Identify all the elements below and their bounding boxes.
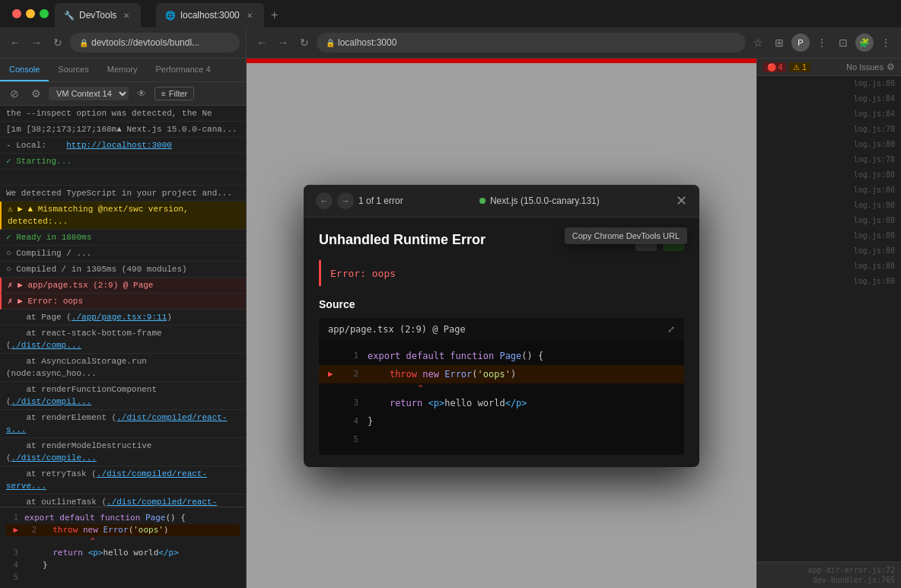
console-line: at react-stack-bottom-frame (./dist/comp…	[0, 326, 246, 354]
console-line: at Page (./app/page.tsx:9:11)	[0, 310, 246, 326]
tab-devtools-label: DevTools	[79, 10, 116, 21]
source-file-header: app/page.tsx (2:9) @ Page ⤢	[319, 318, 684, 341]
refresh-btn-localhost[interactable]: ↻	[295, 33, 314, 52]
tab-devtools-close[interactable]: ✕	[121, 10, 132, 21]
lock-icon: 🔒	[79, 39, 88, 47]
filter-icon: ≡	[161, 90, 166, 98]
devtools-toggle-btn[interactable]: ⊡	[834, 33, 852, 52]
sidebar-log-line: log.js:80	[757, 274, 901, 289]
console-line-error2: ✗ ▶ Error: oops	[0, 294, 246, 310]
address-bar-localhost: ← → ↻ 🔒 localhost:3000 ☆ ⊞ P ⋮ ⊡ 🧩 ⋮	[247, 27, 901, 58]
right-sidebar: 🔴 4 ⚠ 1 No Issues ⚙ log.js:80 log.js:84 …	[756, 59, 901, 588]
filter-btn[interactable]: ≡ Filter	[154, 87, 194, 100]
src-lnum: 1	[343, 348, 358, 364]
console-line: at AsyncLocalStorage.run (node:async_hoo…	[0, 354, 246, 382]
refresh-btn-devtools[interactable]: ↻	[49, 33, 67, 52]
next-dot	[479, 198, 486, 204]
src-lnum: 3	[343, 395, 358, 412]
bookmark-btn[interactable]: ☆	[749, 33, 767, 52]
code-line-1: 1 export default function Page() {	[6, 512, 240, 524]
devtools-toolbar: ⊘ ⚙ VM Context 14 👁 ≡ Filter	[0, 82, 246, 106]
extensions-btn[interactable]: ⊞	[770, 33, 788, 52]
src-line-3: 3 return <p>hello world</p>	[319, 394, 684, 412]
src-active-arrow: ▶	[328, 366, 340, 383]
src-code: export default function Page() {	[368, 348, 543, 364]
window-close-btn[interactable]	[12, 9, 21, 18]
error-overlay: ← → 1 of 1 error Next.js (15.0.0-canary.…	[247, 63, 756, 588]
code-line-5: 5	[6, 571, 240, 583]
console-line-warn: ⚠ ▶ ▲ Mismatching @next/swc version, det…	[0, 202, 246, 230]
source-open-btn[interactable]: ⤢	[667, 324, 675, 335]
back-btn-devtools[interactable]: ←	[6, 33, 24, 52]
tab-localhost-close[interactable]: ✕	[244, 10, 255, 21]
code-line-4: 4 }	[6, 559, 240, 571]
tooltip-text: Copy Chrome DevTools URL	[572, 231, 680, 240]
src-line-4: 4 }	[319, 412, 684, 431]
avatar-btn[interactable]: P	[791, 33, 810, 52]
eye-btn[interactable]: 👁	[133, 85, 150, 102]
console-line: - Local: http://localhost:3000	[0, 138, 246, 154]
url-bar-devtools[interactable]: 🔒 devtools://devtools/bundl...	[70, 33, 240, 52]
tab-performance[interactable]: Performance 4	[146, 59, 219, 81]
forward-btn-localhost[interactable]: →	[274, 33, 292, 52]
code-line-caret: ^	[6, 536, 240, 547]
modal-next-btn[interactable]: →	[337, 192, 354, 209]
src-caret: ^	[319, 383, 684, 394]
line-content: return <p>hello world</p>	[43, 547, 179, 559]
console-line-starting: ✓ Starting...	[0, 154, 246, 170]
devtools-tabs: Console Sources Memory Performance 4	[0, 59, 246, 82]
localhost-url: localhost:3000	[338, 37, 396, 48]
error-message-box: Error: oops	[319, 260, 684, 286]
sidebar-gear-btn[interactable]: ⚙	[887, 62, 895, 72]
line-num: 3	[6, 547, 18, 559]
src-lnum: 2	[343, 366, 358, 383]
url-bar-localhost[interactable]: 🔒 localhost:3000	[317, 33, 746, 52]
menu-btn[interactable]: ⋮	[813, 33, 831, 52]
line-content: }	[43, 559, 48, 571]
console-line	[0, 170, 246, 186]
sidebar-log-lines[interactable]: log.js:80 log.js:84 log.js:84 log.js:78 …	[757, 76, 901, 561]
modal-close-btn[interactable]: ✕	[676, 194, 687, 208]
forward-btn-devtools[interactable]: →	[27, 33, 46, 52]
console-line: at renderElement (./dist/compiled/react-…	[0, 410, 246, 438]
console-line: at renderModelDestructive (./dist/compil…	[0, 438, 246, 466]
console-line-ready: ✓ Ready in 1880ms	[0, 230, 246, 246]
back-btn-localhost[interactable]: ←	[253, 33, 271, 52]
tab-localhost[interactable]: 🌐 localhost:3000 ✕	[156, 3, 263, 27]
tab-bar-right: 🌐 localhost:3000 ✕ +	[156, 3, 285, 27]
sidebar-log-line: log.js:80	[757, 243, 901, 259]
vm-context-select[interactable]: VM Context 14	[49, 87, 129, 100]
error-badge: 🔴 4	[763, 62, 786, 72]
clear-console-btn[interactable]: ⊘	[6, 85, 23, 102]
more-btn[interactable]: ⋮	[877, 33, 895, 52]
console-line-error1: ✗ ▶ app/page.tsx (2:9) @ Page	[0, 278, 246, 294]
browser-chrome: 🔧 DevTools ✕ 🌐 localhost:3000 ✕ + ← → ↻	[0, 0, 901, 59]
src-lnum: 5	[343, 431, 358, 448]
line-num-space	[24, 547, 37, 559]
filter-toggle-btn[interactable]: ⚙	[27, 85, 44, 102]
sidebar-log-line: log.js:80	[757, 228, 901, 243]
modal-header: ← → 1 of 1 error Next.js (15.0.0-canary.…	[304, 185, 699, 218]
window-min-btn[interactable]	[26, 9, 35, 18]
tab-memory[interactable]: Memory	[98, 59, 147, 81]
modal-prev-btn[interactable]: ←	[316, 192, 333, 209]
source-filename: app/page.tsx (2:9) @ Page	[328, 324, 466, 335]
console-line: at renderFunctionComponent (./dist/compi…	[0, 382, 246, 410]
tab-devtools[interactable]: 🔧 DevTools ✕	[55, 3, 141, 27]
sidebar-bottom-line-2: dev-bundler.js:765	[763, 575, 895, 585]
src-line-5: 5	[319, 431, 684, 449]
console-line: ○ Compiling / ...	[0, 246, 246, 262]
tab-console[interactable]: Console	[0, 59, 49, 81]
extensions-avatar-btn[interactable]: 🧩	[855, 33, 874, 52]
window-max-btn[interactable]	[40, 9, 49, 18]
sidebar-log-line: log.js:80	[757, 198, 901, 213]
address-bar-devtools: ← → ↻ 🔒 devtools://devtools/bundl...	[0, 27, 247, 58]
console-output[interactable]: the --inspect option was detected, the N…	[0, 106, 246, 507]
source-label: Source	[319, 298, 684, 310]
sidebar-badges: 🔴 4 ⚠ 1	[763, 62, 810, 72]
tab-sources[interactable]: Sources	[49, 59, 97, 81]
main-layout: Console Sources Memory Performance 4 ⊘ ⚙…	[0, 59, 901, 588]
code-line-3: 3 return <p>hello world</p>	[6, 547, 240, 559]
new-tab-btn[interactable]: +	[264, 5, 285, 26]
lock-icon-2: 🔒	[326, 39, 335, 47]
